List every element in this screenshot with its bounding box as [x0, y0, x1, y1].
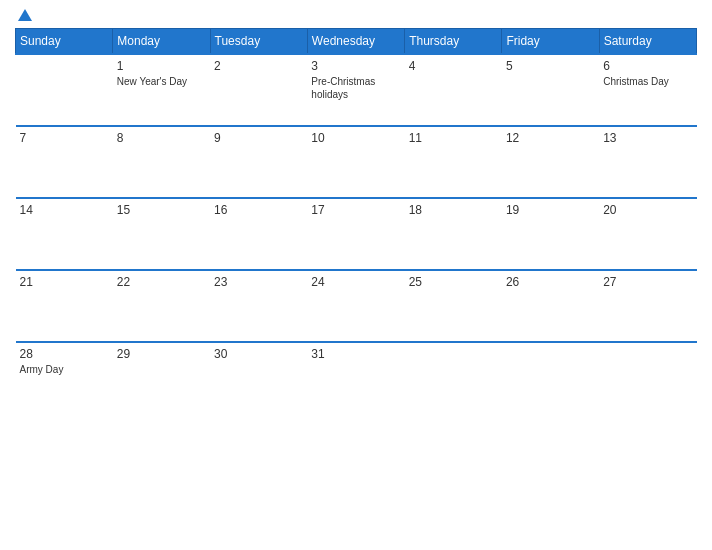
day-number: 4	[409, 59, 498, 73]
calendar-cell	[405, 342, 502, 414]
day-number: 28	[20, 347, 109, 361]
calendar-week-row: 28Army Day293031	[16, 342, 697, 414]
calendar-cell: 2	[210, 54, 307, 126]
calendar-cell: 6Christmas Day	[599, 54, 696, 126]
calendar-cell: 9	[210, 126, 307, 198]
calendar-cell: 30	[210, 342, 307, 414]
day-number: 31	[311, 347, 400, 361]
day-number: 26	[506, 275, 595, 289]
calendar-cell: 23	[210, 270, 307, 342]
weekday-header-thursday: Thursday	[405, 29, 502, 55]
day-number: 9	[214, 131, 303, 145]
logo	[15, 10, 32, 22]
calendar-cell	[16, 54, 113, 126]
day-number: 20	[603, 203, 692, 217]
calendar-cell: 20	[599, 198, 696, 270]
calendar-cell: 31	[307, 342, 404, 414]
calendar-cell: 3Pre-Christmas holidays	[307, 54, 404, 126]
day-number: 12	[506, 131, 595, 145]
weekday-header-row: SundayMondayTuesdayWednesdayThursdayFrid…	[16, 29, 697, 55]
day-number: 19	[506, 203, 595, 217]
weekday-header-monday: Monday	[113, 29, 210, 55]
calendar-week-row: 14151617181920	[16, 198, 697, 270]
calendar-cell: 10	[307, 126, 404, 198]
day-number: 6	[603, 59, 692, 73]
calendar-wrapper: SundayMondayTuesdayWednesdayThursdayFrid…	[0, 0, 712, 550]
day-number: 16	[214, 203, 303, 217]
calendar-cell: 18	[405, 198, 502, 270]
calendar-cell: 5	[502, 54, 599, 126]
calendar-cell: 19	[502, 198, 599, 270]
calendar-cell: 13	[599, 126, 696, 198]
calendar-cell: 27	[599, 270, 696, 342]
calendar-cell: 8	[113, 126, 210, 198]
weekday-header-friday: Friday	[502, 29, 599, 55]
day-number: 13	[603, 131, 692, 145]
calendar-cell	[599, 342, 696, 414]
logo-triangle-icon	[18, 9, 32, 21]
calendar-body: 1New Year's Day23Pre-Christmas holidays4…	[16, 54, 697, 414]
calendar-header	[15, 10, 697, 22]
day-number: 8	[117, 131, 206, 145]
calendar-cell: 25	[405, 270, 502, 342]
day-number: 22	[117, 275, 206, 289]
calendar-cell: 17	[307, 198, 404, 270]
calendar-cell: 7	[16, 126, 113, 198]
holiday-name: Christmas Day	[603, 75, 692, 88]
calendar-week-row: 78910111213	[16, 126, 697, 198]
calendar-cell: 15	[113, 198, 210, 270]
weekday-header-wednesday: Wednesday	[307, 29, 404, 55]
weekday-header-sunday: Sunday	[16, 29, 113, 55]
day-number: 15	[117, 203, 206, 217]
calendar-cell	[502, 342, 599, 414]
day-number: 21	[20, 275, 109, 289]
day-number: 18	[409, 203, 498, 217]
day-number: 23	[214, 275, 303, 289]
day-number: 3	[311, 59, 400, 73]
calendar-cell: 28Army Day	[16, 342, 113, 414]
day-number: 25	[409, 275, 498, 289]
calendar-cell: 14	[16, 198, 113, 270]
calendar-cell: 26	[502, 270, 599, 342]
weekday-header-saturday: Saturday	[599, 29, 696, 55]
day-number: 27	[603, 275, 692, 289]
calendar-week-row: 21222324252627	[16, 270, 697, 342]
calendar-cell: 12	[502, 126, 599, 198]
calendar-cell: 29	[113, 342, 210, 414]
calendar-cell: 16	[210, 198, 307, 270]
day-number: 11	[409, 131, 498, 145]
day-number: 5	[506, 59, 595, 73]
day-number: 2	[214, 59, 303, 73]
day-number: 14	[20, 203, 109, 217]
calendar-table: SundayMondayTuesdayWednesdayThursdayFrid…	[15, 28, 697, 414]
day-number: 29	[117, 347, 206, 361]
day-number: 7	[20, 131, 109, 145]
calendar-cell: 1New Year's Day	[113, 54, 210, 126]
day-number: 1	[117, 59, 206, 73]
holiday-name: Army Day	[20, 363, 109, 376]
calendar-week-row: 1New Year's Day23Pre-Christmas holidays4…	[16, 54, 697, 126]
calendar-cell: 21	[16, 270, 113, 342]
day-number: 10	[311, 131, 400, 145]
day-number: 30	[214, 347, 303, 361]
calendar-cell: 24	[307, 270, 404, 342]
day-number: 17	[311, 203, 400, 217]
day-number: 24	[311, 275, 400, 289]
holiday-name: Pre-Christmas holidays	[311, 75, 400, 101]
weekday-header-tuesday: Tuesday	[210, 29, 307, 55]
holiday-name: New Year's Day	[117, 75, 206, 88]
calendar-cell: 4	[405, 54, 502, 126]
calendar-cell: 11	[405, 126, 502, 198]
calendar-header-row: SundayMondayTuesdayWednesdayThursdayFrid…	[16, 29, 697, 55]
calendar-cell: 22	[113, 270, 210, 342]
